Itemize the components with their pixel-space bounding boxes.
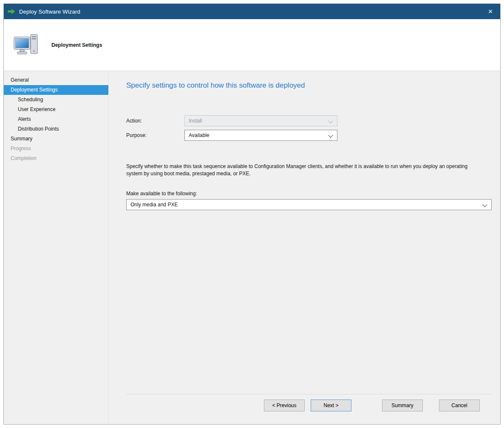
deploy-software-wizard-window: Deploy Software Wizard × xyxy=(3,3,501,425)
footer-button-row: < Previous Next > Summary Cancel xyxy=(126,394,492,424)
chevron-down-icon xyxy=(328,133,333,137)
page-title: Deployment Settings xyxy=(51,42,102,48)
make-available-value: Only media and PXE xyxy=(130,202,178,208)
sidebar-item-alerts[interactable]: Alerts xyxy=(4,114,108,124)
sidebar-item-completion: Completion xyxy=(4,154,108,163)
sidebar-item-general[interactable]: General xyxy=(4,75,108,85)
purpose-dropdown[interactable]: Available xyxy=(184,130,337,141)
action-value: Install xyxy=(189,118,202,124)
deployment-settings-form: Action: Install Purpose: Available xyxy=(126,115,492,144)
purpose-value: Available xyxy=(189,132,209,138)
make-available-label: Make available to the following: xyxy=(126,191,492,197)
action-row: Action: Install xyxy=(126,115,492,126)
sidebar-item-deployment-settings[interactable]: Deployment Settings xyxy=(4,85,108,95)
previous-button[interactable]: < Previous xyxy=(264,399,305,411)
chevron-down-icon xyxy=(328,118,333,123)
sidebar-item-summary[interactable]: Summary xyxy=(4,134,108,144)
summary-button[interactable]: Summary xyxy=(382,399,423,411)
sidebar-item-progress: Progress xyxy=(4,144,108,154)
next-button[interactable]: Next > xyxy=(311,399,351,411)
cancel-button[interactable]: Cancel xyxy=(439,399,480,411)
action-label: Action: xyxy=(126,118,184,124)
content-pane: Specify settings to control how this sof… xyxy=(109,71,500,424)
description-text: Specify whether to make this task sequen… xyxy=(126,163,478,178)
action-dropdown: Install xyxy=(184,115,337,126)
sidebar-item-user-experience[interactable]: User Experience xyxy=(4,105,108,114)
sidebar-item-distribution-points[interactable]: Distribution Points xyxy=(4,124,108,134)
window-title: Deploy Software Wizard xyxy=(19,9,80,15)
wizard-steps-sidebar: General Deployment Settings Scheduling U… xyxy=(4,71,109,424)
wizard-body: General Deployment Settings Scheduling U… xyxy=(4,71,500,424)
close-icon[interactable]: × xyxy=(481,4,500,19)
content-heading: Specify settings to control how this sof… xyxy=(126,81,492,90)
purpose-label: Purpose: xyxy=(126,132,184,138)
sidebar-item-scheduling[interactable]: Scheduling xyxy=(4,95,108,105)
chevron-down-icon xyxy=(482,202,487,207)
purpose-row: Purpose: Available xyxy=(126,130,492,141)
make-available-dropdown[interactable]: Only media and PXE xyxy=(126,199,492,210)
computer-icon xyxy=(13,34,40,57)
deploy-arrow-icon xyxy=(8,9,15,14)
footer: < Previous Next > Summary Cancel xyxy=(126,394,492,424)
titlebar[interactable]: Deploy Software Wizard × xyxy=(4,4,500,19)
wizard-header: Deployment Settings xyxy=(4,19,500,71)
